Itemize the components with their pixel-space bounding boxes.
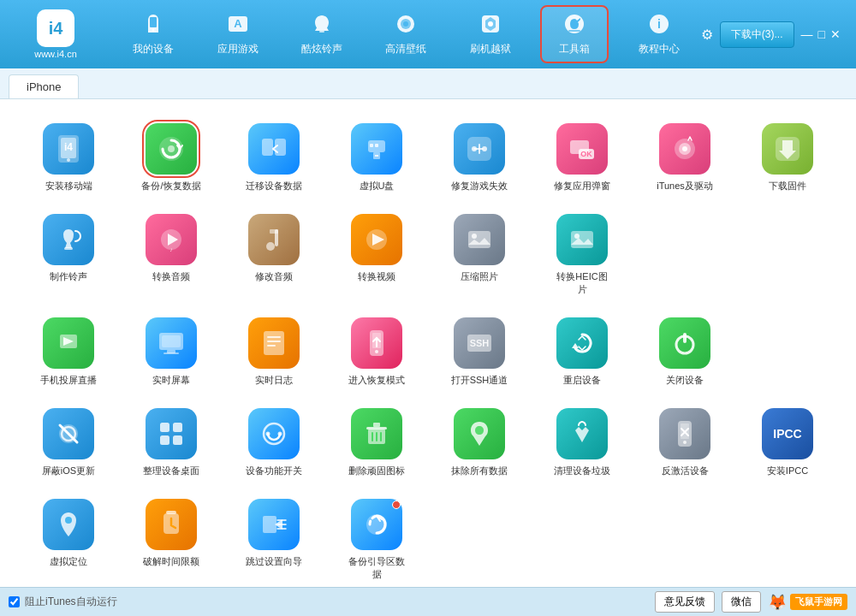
footer-itunes-text: 阻止iTunes自动运行: [25, 595, 117, 609]
tool-open-ssh[interactable]: SSH 打开SSH通道: [428, 311, 531, 393]
svg-rect-57: [267, 341, 281, 342]
wechat-button[interactable]: 微信: [722, 591, 761, 613]
tool-fix-popup[interactable]: OK 修复应用弹窗: [531, 116, 633, 198]
nav-my-device[interactable]: 我的设备: [119, 7, 187, 62]
svg-point-16: [67, 158, 70, 162]
window-close-icon[interactable]: ✕: [830, 27, 841, 41]
tool-edit-audio[interactable]: 修改音频: [223, 207, 325, 302]
tool-organize-desktop[interactable]: 整理设备桌面: [120, 401, 223, 483]
tutorial-icon: i: [647, 12, 671, 39]
tool-recovery-mode[interactable]: 进入恢复模式: [325, 311, 428, 393]
tool-skip-setup[interactable]: 跳过设置向导: [223, 492, 325, 587]
tool-clean-junk[interactable]: 清理设备垃圾: [531, 401, 633, 483]
tab-iphone[interactable]: iPhone: [9, 74, 79, 98]
tool-real-log[interactable]: 实时日志: [223, 311, 325, 393]
tool-virtual-udisk-label: 虚拟U盘: [360, 180, 395, 192]
app-url: www.i4.cn: [34, 49, 77, 59]
tool-fix-game[interactable]: 修复游戏失效: [428, 116, 531, 198]
tool-delete-stub-icon[interactable]: 删除顽固图标: [325, 401, 428, 483]
nav-wallpaper[interactable]: 高清壁纸: [372, 7, 440, 62]
app-game-icon: A: [226, 12, 250, 39]
tool-restart-device-label: 重启设备: [563, 374, 601, 386]
toolbox-icon: [562, 12, 586, 39]
tool-backup-restore-label: 备份/恢复数据: [141, 180, 200, 192]
itunes-autorun-checkbox[interactable]: [9, 596, 20, 607]
tool-migrate-label: 迁移设备数据: [246, 180, 302, 192]
nav-tutorial[interactable]: i 教程中心: [625, 7, 693, 62]
tool-restart-device[interactable]: 重启设备: [531, 311, 633, 393]
nav-ringtone[interactable]: 酷炫铃声: [288, 7, 356, 62]
feedback-button[interactable]: 意见反馈: [655, 591, 715, 613]
svg-rect-56: [267, 336, 281, 338]
top-gear-icon[interactable]: ⚙: [701, 27, 713, 43]
svg-rect-0: [150, 17, 157, 27]
svg-rect-25: [370, 144, 373, 147]
ringtone-icon: [310, 12, 334, 39]
svg-text:SSH: SSH: [470, 338, 490, 348]
tool-virtual-udisk[interactable]: 虚拟U盘: [325, 116, 428, 198]
nav-jailbreak-label: 刷机越狱: [470, 42, 511, 56]
tool-ringtone-make-label: 制作铃声: [50, 270, 87, 282]
nav-toolbox[interactable]: 工具箱: [540, 5, 609, 63]
tool-install-ipcc[interactable]: IPCC 安装IPCC: [736, 401, 839, 483]
tool-backup-restore[interactable]: 备份/恢复数据: [120, 116, 223, 198]
svg-rect-20: [262, 139, 273, 156]
window-min-icon[interactable]: —: [801, 27, 813, 41]
svg-rect-65: [683, 333, 687, 343]
tool-compress-photo[interactable]: 压缩照片: [428, 207, 531, 302]
tool-convert-audio-label: 转换音频: [152, 270, 190, 282]
download-button[interactable]: 下载中(3)...: [720, 21, 794, 48]
tool-delete-stub-icon-label: 删除顽固图标: [348, 465, 405, 477]
svg-point-37: [682, 146, 687, 151]
watermark-area: 🦊 飞鼠手游网: [768, 593, 847, 612]
tool-itunes-driver-label: iTunes及驱动: [657, 180, 713, 192]
tool-device-switch-label: 设备功能开关: [246, 465, 302, 477]
tool-device-switch[interactable]: 设备功能开关: [223, 401, 325, 483]
tool-block-ios-update[interactable]: 屏蔽iOS更新: [17, 401, 120, 483]
tool-itunes-driver[interactable]: iTunes及驱动: [633, 116, 736, 198]
tool-fake-location-label: 虚拟定位: [50, 555, 87, 567]
svg-rect-55: [264, 331, 284, 355]
nav-app-game[interactable]: A 应用游戏: [204, 7, 272, 62]
tool-real-screen[interactable]: 实时屏幕: [120, 311, 223, 393]
svg-text:i4: i4: [64, 141, 73, 153]
tool-download-firmware[interactable]: 下载固件: [736, 116, 839, 198]
window-max-icon[interactable]: □: [818, 27, 825, 41]
tool-install-mobile[interactable]: i4 安装移动端: [17, 116, 120, 198]
tool-backup-guide[interactable]: 备份引导区数据: [325, 492, 428, 587]
tool-real-log-label: 实时日志: [255, 374, 293, 386]
tool-break-time[interactable]: 破解时间限额: [120, 492, 223, 587]
wallpaper-icon: [394, 12, 418, 39]
tool-empty-3: [736, 311, 839, 393]
svg-text:A: A: [234, 17, 242, 30]
tool-close-device-label: 关闭设备: [666, 374, 704, 386]
tool-close-device[interactable]: 关闭设备: [633, 311, 736, 393]
svg-rect-71: [173, 435, 182, 445]
tool-empty-1: [633, 207, 736, 302]
tool-screen-cast[interactable]: 手机投屏直播: [17, 311, 120, 393]
nav-ringtone-label: 酷炫铃声: [301, 42, 342, 56]
tool-organize-desktop-label: 整理设备桌面: [143, 465, 199, 477]
tool-fake-location[interactable]: 虚拟定位: [17, 492, 120, 587]
tool-deactivate[interactable]: 反激活设备: [633, 401, 736, 483]
tool-erase-all[interactable]: 抹除所有数据: [428, 401, 531, 483]
header: i4 www.i4.cn 我的设备: [0, 0, 856, 68]
svg-rect-46: [468, 231, 490, 248]
tool-convert-video[interactable]: 转换视频: [325, 207, 428, 302]
svg-rect-26: [375, 144, 378, 147]
tool-edit-audio-label: 修改音频: [255, 270, 293, 282]
tool-convert-heic[interactable]: 转换HEIC图片: [531, 207, 633, 302]
watermark-text: 飞鼠手游网: [790, 594, 847, 610]
main-content: i4 安装移动端 备份/恢复数据: [0, 99, 856, 587]
nav-jailbreak[interactable]: 刷机越狱: [456, 7, 525, 62]
tool-compress-photo-label: 压缩照片: [461, 270, 498, 282]
tool-ringtone-make[interactable]: 制作铃声: [17, 207, 120, 302]
tool-migrate[interactable]: 迁移设备数据: [223, 116, 325, 198]
footer-left: 阻止iTunes自动运行: [9, 595, 655, 609]
svg-point-74: [278, 432, 282, 436]
svg-rect-54: [162, 335, 181, 347]
svg-rect-76: [366, 427, 387, 429]
tool-convert-audio[interactable]: ♪ 转换音频: [120, 207, 223, 302]
tool-install-ipcc-label: 安装IPCC: [767, 465, 808, 477]
svg-rect-87: [263, 516, 276, 533]
